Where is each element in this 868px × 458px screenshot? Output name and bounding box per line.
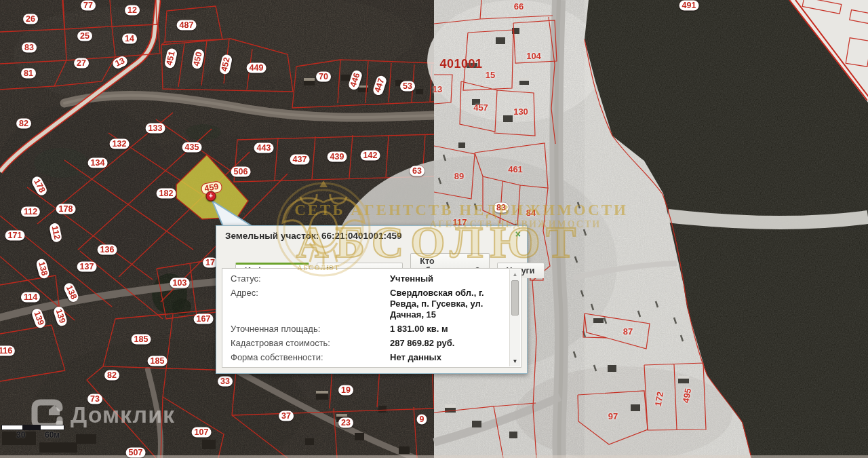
- parcel-label-9[interactable]: 9: [417, 415, 427, 425]
- scale-bar: 30 60м: [1, 422, 69, 434]
- info-rows: Статус:УчтенныйАдрес:Свердловская обл., …: [222, 269, 521, 367]
- parcel-label-114[interactable]: 114: [21, 292, 40, 303]
- parcel-label-451[interactable]: 451: [164, 47, 178, 69]
- parcel-label-66[interactable]: 66: [514, 1, 524, 12]
- parcel-label-15[interactable]: 15: [486, 70, 495, 80]
- info-row-label: Уточненная площадь:: [231, 324, 390, 335]
- scrollbar[interactable]: ▲ ▼: [509, 269, 520, 366]
- parcel-label-63[interactable]: 63: [410, 166, 425, 176]
- parcel-label-182[interactable]: 182: [157, 189, 176, 199]
- parcel-info-popup: Земельный участок: 66:21:0401001:459 × И…: [216, 225, 528, 374]
- parcel-label-25[interactable]: 25: [77, 31, 92, 41]
- parcel-label-104[interactable]: 104: [526, 51, 541, 61]
- parcel-label-81[interactable]: 81: [21, 69, 36, 79]
- parcel-label-37[interactable]: 37: [279, 411, 294, 421]
- domclick-logo-text: Домклик: [71, 402, 175, 428]
- parcel-label-435[interactable]: 435: [182, 142, 202, 153]
- parcel-label-23[interactable]: 23: [338, 418, 353, 428]
- scroll-up-icon[interactable]: ▲: [510, 271, 520, 278]
- popup-content: Статус:УчтенныйАдрес:Свердловская обл., …: [222, 268, 521, 368]
- scroll-down-icon[interactable]: ▼: [510, 358, 520, 364]
- parcel-label-139[interactable]: 139: [52, 305, 68, 327]
- parcel-label-89[interactable]: 89: [454, 171, 464, 181]
- parcel-label-138[interactable]: 138: [62, 282, 80, 303]
- parcel-label-172[interactable]: 172: [653, 391, 666, 407]
- parcel-label-82[interactable]: 82: [16, 119, 31, 129]
- parcel-label-83[interactable]: 83: [494, 203, 509, 213]
- info-row: Адрес:Свердловская обл., г. Ревда, п. Гу…: [222, 288, 521, 320]
- parcel-label-83[interactable]: 83: [22, 43, 37, 53]
- info-row: Статус:Учтенный: [222, 273, 521, 284]
- parcel-label-70[interactable]: 70: [316, 72, 331, 82]
- parcel-label-134[interactable]: 134: [88, 158, 108, 168]
- parcel-label-130[interactable]: 130: [513, 107, 528, 117]
- info-row: Уточненная площадь:1 831.00 кв. м: [222, 324, 521, 335]
- parcel-label-107[interactable]: 107: [192, 427, 212, 438]
- parcel-label-112[interactable]: 112: [21, 207, 40, 217]
- cadastral-map-app: 2677124872514832713814514504524497044644…: [0, 0, 868, 458]
- parcel-label-53[interactable]: 53: [400, 81, 415, 92]
- parcel-label-167[interactable]: 167: [194, 314, 214, 324]
- parcel-label-401001[interactable]: 401001: [439, 57, 482, 71]
- parcel-label-450[interactable]: 450: [191, 48, 205, 69]
- info-row-label: Адрес:: [231, 288, 390, 320]
- parcel-label-97[interactable]: 97: [608, 411, 618, 421]
- parcel-label-116[interactable]: 116: [0, 346, 15, 356]
- info-row-value: 287 869.82 руб.: [390, 338, 499, 349]
- parcel-label-447[interactable]: 447: [372, 75, 387, 96]
- parcel-label-139[interactable]: 139: [31, 307, 47, 329]
- parcel-label-33[interactable]: 33: [218, 377, 233, 387]
- parcel-label-171[interactable]: 171: [5, 231, 25, 241]
- parcel-label-443[interactable]: 443: [254, 143, 274, 153]
- parcel-label-185[interactable]: 185: [148, 356, 167, 366]
- info-row: Кадастровая стоимость:287 869.82 руб.: [222, 338, 521, 349]
- parcel-label-12[interactable]: 12: [125, 5, 140, 16]
- parcel-label-77[interactable]: 77: [81, 1, 96, 11]
- info-row-label: Форма собственности:: [231, 352, 390, 363]
- parcel-label-103[interactable]: 103: [170, 278, 190, 288]
- parcel-label-136[interactable]: 136: [98, 245, 117, 255]
- parcel-label-452[interactable]: 452: [219, 54, 233, 75]
- parcel-label-142[interactable]: 142: [361, 151, 380, 161]
- parcel-label-506[interactable]: 506: [231, 167, 251, 177]
- parcel-label-178[interactable]: 178: [56, 204, 76, 214]
- selected-parcel-marker-icon[interactable]: +: [206, 191, 216, 202]
- parcel-label-26[interactable]: 26: [23, 14, 38, 24]
- parcel-label-507[interactable]: 507: [126, 448, 146, 458]
- info-row-label: Кадастровая стоимость:: [231, 338, 390, 349]
- parcel-label-457[interactable]: 457: [473, 102, 488, 113]
- scrollbar-thumb[interactable]: [511, 280, 519, 316]
- parcel-label-138[interactable]: 138: [35, 258, 50, 280]
- parcel-label-449[interactable]: 449: [247, 63, 267, 73]
- parcel-label-87[interactable]: 87: [623, 326, 633, 337]
- parcel-label-178[interactable]: 178: [31, 175, 49, 197]
- parcel-label-185[interactable]: 185: [132, 335, 151, 345]
- parcel-label-491[interactable]: 491: [679, 1, 699, 11]
- parcel-label-137[interactable]: 137: [77, 262, 97, 272]
- parcel-label-84[interactable]: 84: [526, 208, 536, 218]
- parcel-label-487[interactable]: 487: [177, 20, 197, 31]
- parcel-label-112[interactable]: 112: [49, 223, 63, 244]
- popup-title: Земельный участок: 66:21:0401001:459: [225, 231, 402, 241]
- scale-end-label: 60м: [45, 430, 60, 440]
- scale-mid-label: 30: [16, 430, 25, 440]
- parcel-label-439[interactable]: 439: [328, 152, 347, 162]
- info-row-value: 1 831.00 кв. м: [390, 324, 499, 335]
- parcel-label-437[interactable]: 437: [290, 155, 310, 165]
- parcel-label-82[interactable]: 82: [104, 370, 119, 381]
- close-icon[interactable]: ×: [515, 229, 521, 240]
- parcel-label-132[interactable]: 132: [110, 139, 130, 149]
- parcel-label-446[interactable]: 446: [347, 69, 363, 91]
- parcel-label-27[interactable]: 27: [74, 58, 89, 69]
- info-row-value: Свердловская обл., г. Ревда, п. Гусевка,…: [390, 288, 499, 320]
- info-row: Форма собственности:Нет данных: [222, 352, 521, 363]
- parcel-label-461[interactable]: 461: [508, 164, 523, 174]
- parcel-label-14[interactable]: 14: [122, 34, 137, 44]
- parcel-label-19[interactable]: 19: [338, 385, 353, 396]
- parcel-label-13[interactable]: 13: [111, 55, 129, 71]
- info-row-value: Учтенный: [390, 273, 499, 284]
- parcel-label-13[interactable]: 13: [433, 84, 442, 94]
- info-row-label: Статус:: [231, 273, 390, 284]
- parcel-label-133[interactable]: 133: [146, 123, 165, 134]
- parcel-label-495[interactable]: 495: [681, 387, 694, 404]
